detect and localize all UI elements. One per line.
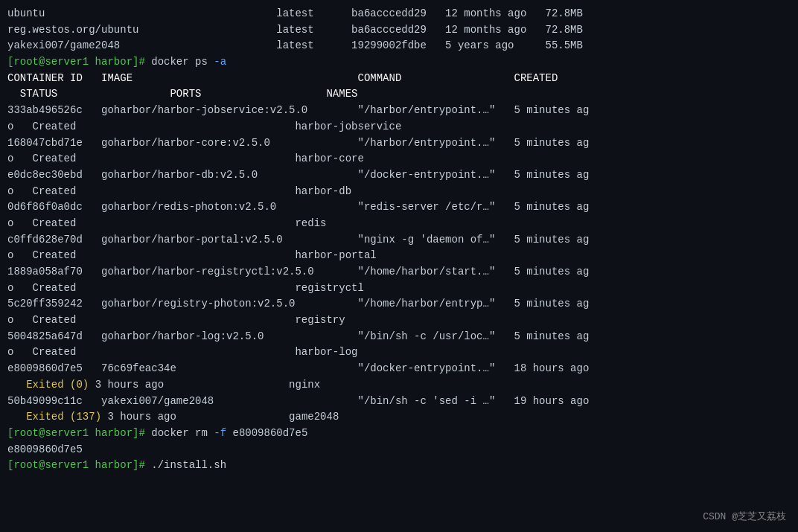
terminal-line: c0ffd628e70d goharbor/harbor-portal:v2.5… — [7, 232, 791, 249]
terminal-line: reg.westos.org/ubuntu latest ba6acccedd2… — [7, 22, 791, 39]
terminal-line: e0dc8ec30ebd goharbor/harbor-db:v2.5.0 "… — [7, 167, 791, 184]
terminal: ubuntu latest ba6acccedd29 12 months ago… — [0, 0, 798, 532]
terminal-line: 168047cbd71e goharbor/harbor-core:v2.5.0… — [7, 135, 791, 152]
terminal-line: e8009860d7e5 — [7, 442, 791, 458]
watermark: CSDN @芝芝又荔枝 — [703, 510, 786, 523]
terminal-line: o Created registryctl — [7, 281, 791, 297]
terminal-line: o Created harbor-portal — [7, 248, 791, 264]
terminal-line: yakexi007/game2048 latest 19299002fdbe 5… — [7, 38, 791, 54]
terminal-line: [root@server1 harbor]# ./install.sh — [7, 458, 791, 474]
terminal-line: Exited (137) 3 hours ago game2048 — [7, 409, 791, 426]
terminal-line: STATUS PORTS NAMES — [7, 86, 791, 103]
terminal-line: o Created harbor-core — [7, 151, 791, 167]
terminal-line: e8009860d7e5 76c69feac34e "/docker-entry… — [7, 361, 791, 377]
terminal-line: 50b49099c11c yakexi007/game2048 "/bin/sh… — [7, 394, 791, 410]
terminal-line: 333ab496526c goharbor/harbor-jobservice:… — [7, 103, 791, 119]
terminal-line: 5c20ff359242 goharbor/registry-photon:v2… — [7, 296, 791, 313]
terminal-line: o Created redis — [7, 216, 791, 232]
terminal-line: 5004825a647d goharbor/harbor-log:v2.5.0 … — [7, 329, 791, 345]
terminal-line: ubuntu latest ba6acccedd29 12 months ago… — [7, 6, 791, 22]
terminal-line: [root@server1 harbor]# docker ps -a — [7, 54, 791, 71]
terminal-line: 1889a058af70 goharbor/harbor-registryctl… — [7, 264, 791, 281]
terminal-line: [root@server1 harbor]# docker rm -f e800… — [7, 426, 791, 442]
terminal-line: o Created harbor-jobservice — [7, 119, 791, 135]
terminal-line: o Created harbor-db — [7, 184, 791, 200]
terminal-line: 0d6f86f0a0dc goharbor/redis-photon:v2.5.… — [7, 199, 791, 216]
terminal-line: Exited (0) 3 hours ago nginx — [7, 377, 791, 394]
terminal-line: o Created harbor-log — [7, 344, 791, 361]
terminal-line: o Created registry — [7, 313, 791, 329]
terminal-line: CONTAINER ID IMAGE COMMAND CREATED — [7, 71, 791, 87]
